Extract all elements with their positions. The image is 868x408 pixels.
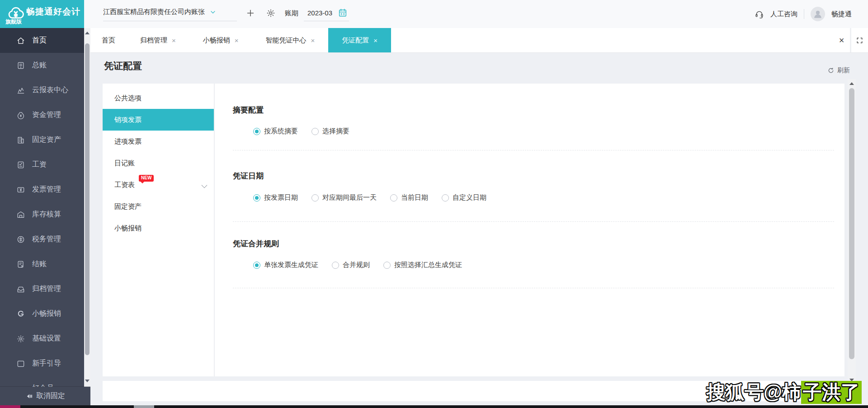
submenu-item-fixed-assets[interactable]: 固定资产: [103, 196, 214, 217]
sidebar-item-payroll[interactable]: 工资: [0, 152, 84, 177]
payroll-icon: [16, 160, 25, 169]
close-icon[interactable]: ×: [172, 37, 176, 44]
sidebar-item-cloud-reports[interactable]: 云报表中心: [0, 78, 84, 103]
radio-custom-date[interactable]: 自定义日期: [442, 193, 486, 202]
section-title-summary: 摘要配置: [233, 105, 264, 115]
calendar-icon[interactable]: [338, 8, 348, 18]
summary-radio-group: 按系统摘要 选择摘要: [253, 127, 349, 136]
sidebar-item-home[interactable]: 首页: [0, 28, 84, 53]
brand-name: 畅捷通好会计: [26, 6, 80, 18]
support-link[interactable]: 人工咨询: [770, 10, 797, 19]
scroll-up-arrow[interactable]: [849, 82, 854, 85]
gear-icon: [16, 334, 25, 343]
sidebar-item-tax[interactable]: 税务管理: [0, 227, 84, 252]
user-name[interactable]: 畅捷通: [831, 10, 852, 19]
tab-smart-voucher-center[interactable]: 智能凭证中心×: [252, 28, 329, 52]
period-underline: [304, 21, 349, 21]
close-icon[interactable]: ×: [373, 37, 377, 44]
company-underline: [103, 21, 237, 21]
page-scrollbar[interactable]: [848, 79, 856, 385]
bottom-strip-progress: [0, 405, 20, 408]
sidebar-scrollbar[interactable]: [84, 28, 90, 387]
section-divider: [233, 288, 834, 288]
money-bag-icon: [16, 111, 25, 120]
tab-reimbursement[interactable]: 小畅报销×: [189, 28, 252, 52]
sidebar-item-basic-settings[interactable]: 基础设置: [0, 326, 84, 351]
tab-bar: 首页 归档管理× 小畅报销× 智能凭证中心× 凭证配置× ×: [90, 28, 868, 53]
radio-icon: [311, 128, 319, 135]
scrollbar-thumb[interactable]: [85, 43, 90, 355]
sidebar-item-archive[interactable]: 归档管理: [0, 277, 84, 301]
top-right-group: 人工咨询 畅捷通: [755, 7, 852, 21]
tab-home[interactable]: 首页: [90, 28, 127, 52]
radio-merge-rule[interactable]: 合并规则: [332, 261, 370, 269]
settings-gear-icon[interactable]: [266, 8, 276, 18]
company-selector[interactable]: 江西服宝精品有限责任公司内账张: [103, 8, 217, 16]
radio-single-invoice[interactable]: 单张发票生成凭证: [253, 261, 318, 269]
top-bar: 畅捷通好会计 旗舰版 江西服宝精品有限责任公司内账张 账期 2023-03: [0, 0, 868, 28]
radio-icon: [383, 262, 391, 269]
fullscreen-button[interactable]: [851, 28, 868, 52]
radio-invoice-date[interactable]: 按发票日期: [253, 193, 298, 202]
submenu-item-reimbursement[interactable]: 小畅报销: [103, 217, 214, 239]
radio-icon: [253, 262, 260, 269]
watermark-highlight: 子洪了: [801, 381, 862, 404]
voucher-config-content: 摘要配置 按系统摘要 选择摘要 凭证日期 按发票日期 对应期间最后一天: [215, 84, 844, 376]
sidebar-item-inventory[interactable]: 库存核算: [0, 202, 84, 227]
sidebar-item-invoices[interactable]: 发票管理: [0, 177, 84, 202]
submenu-item-journal[interactable]: 日记账: [103, 152, 214, 174]
tab-voucher-config[interactable]: 凭证配置×: [328, 28, 391, 52]
ledger-icon: [16, 61, 25, 70]
voucher-date-radio-group: 按发票日期 对应期间最后一天 当前日期 自定义日期: [253, 193, 486, 202]
submenu-item-common-options[interactable]: 公共选项: [103, 87, 214, 109]
radio-choose-summary[interactable]: 选择摘要: [311, 127, 349, 136]
sidebar-item-reimbursement[interactable]: 小畅报销: [0, 301, 84, 326]
submenu-item-payroll-sheet[interactable]: 工资表 NEW: [103, 174, 214, 196]
archive-tray-icon: [16, 285, 25, 294]
sidebar-item-fixed-assets[interactable]: 固定资产: [0, 127, 84, 152]
tab-tools: ×: [833, 28, 868, 52]
submenu-item-purchase-invoice[interactable]: 进项发票: [103, 131, 214, 152]
add-account-icon[interactable]: [245, 8, 255, 18]
bottom-strip-handle: [134, 405, 154, 408]
scroll-up-arrow[interactable]: [85, 32, 90, 34]
home-icon: [16, 36, 25, 45]
scroll-down-arrow[interactable]: [85, 380, 90, 382]
unpin-icon: [25, 392, 34, 401]
radio-icon: [390, 194, 397, 202]
sidebar-item-funds[interactable]: 资金管理: [0, 103, 84, 127]
voucher-config-submenu: 公共选项 销项发票 进项发票 日记账 工资表 NEW 固定资产 小畅报销: [103, 84, 214, 376]
g-logo-icon: [16, 310, 25, 319]
watermark: 搜狐号@柿子洪了: [707, 380, 862, 405]
radio-period-last-day[interactable]: 对应期间最后一天: [311, 193, 377, 202]
radio-summary-by-selection[interactable]: 按照选择汇总生成凭证: [383, 261, 462, 269]
radio-system-summary[interactable]: 按系统摘要: [253, 127, 298, 136]
section-divider: [233, 221, 834, 222]
section-title-merge-rules: 凭证合并规则: [233, 239, 279, 249]
avatar[interactable]: [811, 7, 825, 21]
chevron-down-icon: [209, 9, 217, 16]
headset-icon: [755, 9, 764, 19]
video-guide-icon: [16, 359, 25, 368]
person-icon: [812, 8, 824, 20]
unpin-button[interactable]: 取消固定: [0, 387, 90, 405]
closing-book-icon: [16, 260, 25, 269]
radio-icon: [253, 194, 260, 202]
chevron-down-icon[interactable]: [202, 183, 208, 188]
sidebar-item-general-ledger[interactable]: 总账: [0, 53, 84, 78]
close-all-tabs-button[interactable]: ×: [833, 28, 850, 52]
refresh-button[interactable]: 刷新: [827, 66, 850, 75]
close-icon[interactable]: ×: [311, 37, 315, 44]
radio-icon: [253, 128, 260, 135]
app-window: 畅捷通好会计 旗舰版 江西服宝精品有限责任公司内账张 账期 2023-03: [0, 0, 868, 408]
radio-current-date[interactable]: 当前日期: [390, 193, 428, 202]
sidebar-item-closing[interactable]: 结账: [0, 252, 84, 277]
scrollbar-thumb[interactable]: [849, 88, 854, 359]
tab-archive[interactable]: 归档管理×: [127, 28, 189, 52]
submenu-item-sales-invoice[interactable]: 销项发票: [103, 109, 214, 131]
radio-icon: [442, 194, 449, 202]
close-icon[interactable]: ×: [235, 37, 239, 44]
period-value[interactable]: 2023-03: [307, 9, 332, 17]
bottom-strip: [0, 405, 868, 408]
sidebar-item-beginner-guide[interactable]: 新手引导: [0, 351, 84, 376]
